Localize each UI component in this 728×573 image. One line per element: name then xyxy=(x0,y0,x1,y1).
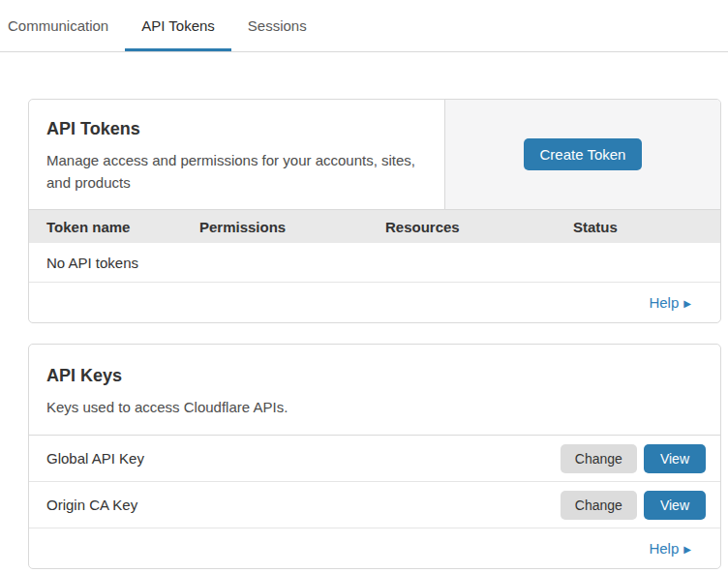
column-header-token-name: Token name xyxy=(46,219,199,235)
api-tokens-card-header: API Tokens Manage access and permissions… xyxy=(29,100,720,210)
tab-api-tokens[interactable]: API Tokens xyxy=(125,0,231,51)
view-origin-ca-key-button[interactable]: View xyxy=(644,491,706,520)
help-link-label: Help xyxy=(649,540,679,557)
api-tokens-card: API Tokens Manage access and permissions… xyxy=(28,99,721,323)
api-keys-help-link[interactable]: Help ▶ xyxy=(649,540,691,557)
help-link-label: Help xyxy=(649,294,679,311)
column-header-resources: Resources xyxy=(385,219,573,235)
api-key-row-global: Global API Key Change View xyxy=(29,436,720,482)
tab-sessions[interactable]: Sessions xyxy=(231,0,323,51)
api-keys-card-header: API Keys Keys used to access Cloudflare … xyxy=(29,345,720,436)
column-header-permissions: Permissions xyxy=(199,219,385,235)
tokens-empty-message: No API tokens xyxy=(29,243,720,283)
column-header-status: Status xyxy=(573,219,720,235)
view-global-api-key-button[interactable]: View xyxy=(644,444,706,473)
api-keys-description: Keys used to access Cloudflare APIs. xyxy=(46,396,703,418)
help-arrow-icon: ▶ xyxy=(683,299,691,309)
tab-communication[interactable]: Communication xyxy=(0,0,125,51)
api-tokens-header-text: API Tokens Manage access and permissions… xyxy=(29,100,445,209)
main-content: API Tokens Manage access and permissions… xyxy=(0,52,728,569)
api-key-row-origin-ca: Origin CA Key Change View xyxy=(29,482,720,528)
api-tokens-description: Manage access and permissions for your a… xyxy=(46,149,427,194)
api-tokens-action-panel: Create Token xyxy=(445,100,720,209)
tokens-table-header: Token name Permissions Resources Status xyxy=(29,210,720,243)
change-origin-ca-key-button[interactable]: Change xyxy=(561,491,637,520)
api-keys-card-footer: Help ▶ xyxy=(29,528,720,568)
help-arrow-icon: ▶ xyxy=(683,545,691,555)
api-keys-title: API Keys xyxy=(46,366,703,386)
api-key-name: Origin CA Key xyxy=(46,497,561,513)
api-keys-card: API Keys Keys used to access Cloudflare … xyxy=(28,344,721,569)
api-key-name: Global API Key xyxy=(46,450,561,467)
tab-bar: Communication API Tokens Sessions xyxy=(0,0,728,52)
api-tokens-help-link[interactable]: Help ▶ xyxy=(649,294,691,311)
api-tokens-card-footer: Help ▶ xyxy=(29,283,720,322)
change-global-api-key-button[interactable]: Change xyxy=(561,444,637,473)
create-token-button[interactable]: Create Token xyxy=(524,138,643,170)
api-tokens-title: API Tokens xyxy=(46,119,427,139)
